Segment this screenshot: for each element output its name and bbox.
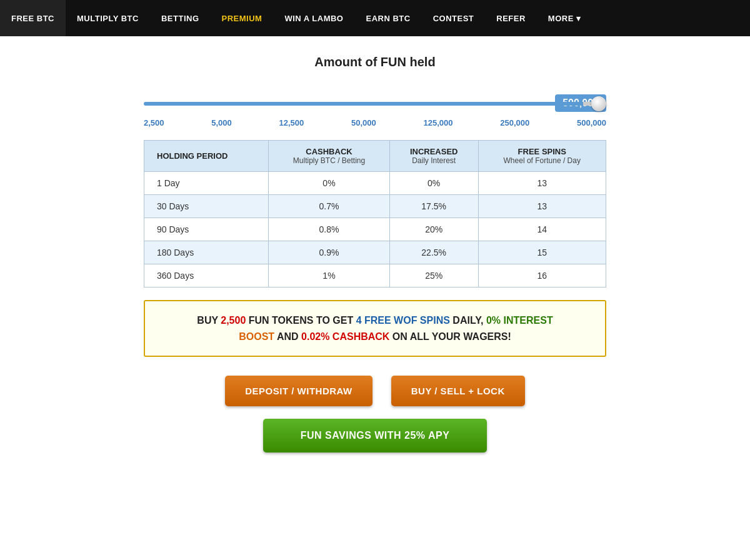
- nav-more[interactable]: MORE ▾: [537, 0, 592, 36]
- promo-boost: BOOST: [239, 331, 274, 342]
- cell-interest: 22.5%: [389, 241, 478, 264]
- nav-multiply-btc[interactable]: MULTIPLY BTC: [66, 0, 150, 36]
- nav-refer[interactable]: REFER: [485, 0, 537, 36]
- table-row: 90 Days 0.8% 20% 14: [144, 218, 606, 241]
- navigation: FREE BTC MULTIPLY BTC BETTING PREMIUM WI…: [0, 0, 750, 36]
- nav-contest[interactable]: CONTEST: [422, 0, 486, 36]
- table-row: 360 Days 1% 25% 16: [144, 264, 606, 288]
- cell-spins: 13: [478, 172, 606, 195]
- slider-labels: 2,500 5,000 12,500 50,000 125,000 250,00…: [144, 118, 606, 128]
- slider-label-2: 12,500: [279, 118, 304, 128]
- cell-period: 180 Days: [144, 241, 269, 264]
- cell-cashback: 0.8%: [269, 218, 390, 241]
- main-content: Amount of FUN held 500,000 2,500 5,000 1…: [131, 36, 619, 471]
- cell-cashback: 0.7%: [269, 195, 390, 218]
- table-header-row: HOLDING PERIOD CASHBACK Multiply BTC / B…: [144, 141, 606, 172]
- cell-spins: 14: [478, 218, 606, 241]
- cell-interest: 20%: [389, 218, 478, 241]
- cell-period: 30 Days: [144, 195, 269, 218]
- slider-track-container[interactable]: [144, 94, 606, 113]
- promo-cashback: 0.02% CASHBACK: [301, 331, 389, 342]
- promo-text: BUY 2,500 FUN TOKENS TO GET 4 FREE WOF S…: [160, 312, 590, 344]
- fun-savings-button[interactable]: FUN SAVINGS WITH 25% APY: [263, 419, 488, 452]
- cell-interest: 0%: [389, 172, 478, 195]
- nav-premium[interactable]: PREMIUM: [211, 0, 274, 36]
- benefits-table: HOLDING PERIOD CASHBACK Multiply BTC / B…: [144, 140, 606, 288]
- cell-cashback: 1%: [269, 264, 390, 288]
- table-row: 30 Days 0.7% 17.5% 13: [144, 195, 606, 218]
- page-title: Amount of FUN held: [144, 55, 606, 69]
- slider-section: 500,000 2,500 5,000 12,500 50,000 125,00…: [144, 94, 606, 128]
- slider-label-3: 50,000: [351, 118, 376, 128]
- promo-box: BUY 2,500 FUN TOKENS TO GET 4 FREE WOF S…: [144, 300, 606, 357]
- cell-interest: 25%: [389, 264, 478, 288]
- promo-spins: 4 FREE WOF SPINS: [356, 315, 450, 326]
- action-buttons: DEPOSIT / WITHDRAW BUY / SELL + LOCK: [144, 376, 606, 406]
- slider-label-4: 125,000: [424, 118, 453, 128]
- deposit-withdraw-button[interactable]: DEPOSIT / WITHDRAW: [225, 376, 372, 406]
- col-header-interest: INCREASED Daily Interest: [389, 141, 478, 172]
- cell-period: 360 Days: [144, 264, 269, 288]
- nav-win-lambo[interactable]: WIN A LAMBO: [273, 0, 354, 36]
- col-header-period: HOLDING PERIOD: [144, 141, 269, 172]
- slider-label-0: 2,500: [144, 118, 164, 128]
- cell-interest: 17.5%: [389, 195, 478, 218]
- slider-thumb[interactable]: [591, 96, 606, 111]
- cell-period: 1 Day: [144, 172, 269, 195]
- slider-track: [144, 102, 606, 106]
- cell-spins: 13: [478, 195, 606, 218]
- cell-spins: 16: [478, 264, 606, 288]
- slider-label-1: 5,000: [211, 118, 232, 128]
- slider-label-6: 500,000: [577, 118, 606, 128]
- nav-free-btc[interactable]: FREE BTC: [0, 0, 66, 36]
- col-header-cashback: CASHBACK Multiply BTC / Betting: [269, 141, 390, 172]
- nav-betting[interactable]: BETTING: [150, 0, 211, 36]
- col-header-spins: FREE SPINS Wheel of Fortune / Day: [478, 141, 606, 172]
- promo-interest: 0% INTEREST: [486, 315, 553, 326]
- cell-cashback: 0%: [269, 172, 390, 195]
- cell-spins: 15: [478, 241, 606, 264]
- cell-cashback: 0.9%: [269, 241, 390, 264]
- table-row: 1 Day 0% 0% 13: [144, 172, 606, 195]
- buy-sell-lock-button[interactable]: BUY / SELL + LOCK: [391, 376, 525, 406]
- nav-earn-btc[interactable]: EARN BTC: [354, 0, 421, 36]
- promo-amount: 2,500: [221, 315, 246, 326]
- table-row: 180 Days 0.9% 22.5% 15: [144, 241, 606, 264]
- slider-label-5: 250,000: [500, 118, 529, 128]
- cell-period: 90 Days: [144, 218, 269, 241]
